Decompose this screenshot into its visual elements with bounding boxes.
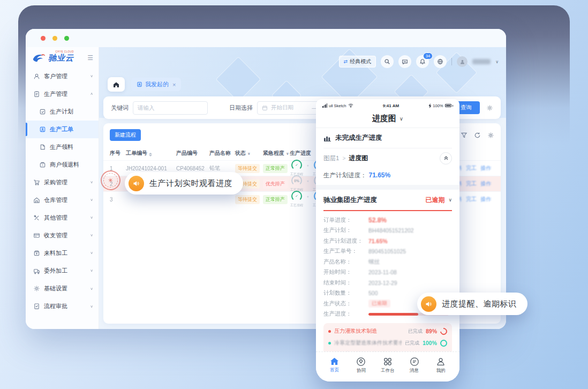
action-operate-link[interactable]: 操作 bbox=[480, 196, 491, 203]
filter-funnel-button[interactable] bbox=[461, 132, 468, 139]
sidebar-collapse-icon[interactable]: ☰ bbox=[87, 54, 93, 62]
search-icon bbox=[384, 58, 390, 65]
chat-icon bbox=[402, 58, 408, 65]
sidebar-item-production-picking[interactable]: 生产领料 bbox=[26, 138, 99, 156]
diamond-circle-icon bbox=[356, 357, 366, 366]
sidebar-item-incoming-material[interactable]: 来料加工∨ bbox=[26, 244, 99, 262]
sidebar-item-purchase[interactable]: 采购管理∨ bbox=[26, 174, 99, 191]
check-icon: ✓ bbox=[291, 160, 302, 170]
process-item[interactable]: 冷寒定型塑造浆体件技术要求 已完成 100% bbox=[328, 337, 447, 349]
notifications-button[interactable]: 34 bbox=[416, 55, 429, 68]
sidebar-item-warehouse[interactable]: 仓库管理∨ bbox=[26, 191, 99, 209]
action-operate-link[interactable]: 操作 bbox=[480, 164, 491, 172]
sidebar-item-settings[interactable]: 基础设置∨ bbox=[26, 280, 99, 297]
double-chevron-up-icon bbox=[443, 155, 449, 161]
search-button[interactable] bbox=[381, 55, 394, 68]
sidebar-item-label: 流程审批 bbox=[44, 302, 67, 310]
sidebar-nav: 客户管理∨ 生产管理∧ 生产计划 生产工单 bbox=[26, 68, 99, 315]
home-icon bbox=[112, 81, 120, 88]
close-tab-icon[interactable]: × bbox=[172, 81, 176, 88]
users-icon bbox=[33, 73, 40, 80]
tab-messages[interactable]: 消息 bbox=[401, 357, 428, 374]
start-date-value: 2023-11-08 bbox=[368, 269, 397, 275]
keyword-label: 关键词 bbox=[111, 104, 129, 112]
sidebar-item-production[interactable]: 生产管理∧ bbox=[26, 85, 99, 103]
sidebar-item-production-plan[interactable]: 生产计划 bbox=[26, 103, 99, 121]
urgency-badge: 正常排产 bbox=[263, 164, 288, 173]
sidebar-item-label: 来料加工 bbox=[44, 249, 67, 257]
sidebar-item-label: 委外加工 bbox=[44, 267, 67, 275]
urgency-badge: 正常排产 bbox=[263, 195, 288, 204]
action-complete-link[interactable]: 完工 bbox=[466, 196, 477, 203]
messages-button[interactable] bbox=[398, 55, 411, 68]
product-name-value: 螺丝 bbox=[368, 258, 380, 266]
workorder-doc-icon bbox=[39, 126, 46, 133]
home-tab-button[interactable] bbox=[108, 77, 125, 92]
process-gauge: ✓工艺排程 bbox=[290, 191, 304, 208]
progress-fill bbox=[368, 313, 418, 316]
refresh-button[interactable] bbox=[474, 132, 481, 139]
collapse-button[interactable] bbox=[440, 152, 452, 164]
callout-text: 生产计划实时观看进度 bbox=[149, 178, 232, 189]
section-divider bbox=[316, 185, 459, 190]
avatar[interactable] bbox=[457, 56, 468, 67]
action-complete-link[interactable]: 完工 bbox=[466, 180, 477, 188]
tab-workbench[interactable]: 工作台 bbox=[374, 357, 401, 374]
sidebar-item-label: 客户管理 bbox=[44, 72, 67, 80]
col-product-no[interactable]: 产品编号 bbox=[176, 149, 209, 157]
plan-progress-value: 71.65% bbox=[369, 171, 391, 179]
col-product-name[interactable]: 产品名称 bbox=[209, 149, 235, 157]
teal-dot-icon bbox=[328, 342, 331, 345]
phone-status-bar: ull Sketch 9:41 AM 100% bbox=[316, 99, 459, 110]
col-no[interactable]: 序号 bbox=[110, 149, 126, 157]
wifi-icon bbox=[348, 103, 353, 108]
sidebar-item-merchant-return[interactable]: 商户领退料 bbox=[26, 156, 99, 174]
user-menu-caret-icon[interactable]: ∨ bbox=[495, 59, 499, 64]
tab-home[interactable]: 首页 bbox=[321, 357, 348, 373]
progress-ring-icon bbox=[440, 340, 447, 347]
order-progress-value: 52.8% bbox=[368, 216, 387, 224]
sidebar-item-production-workorder[interactable]: 生产工单 bbox=[26, 121, 99, 138]
maximize-window-button[interactable] bbox=[64, 36, 69, 41]
classic-mode-label: 经典模式 bbox=[350, 58, 371, 65]
person-icon bbox=[436, 357, 446, 366]
sidebar-item-customer[interactable]: 客户管理∨ bbox=[26, 68, 99, 85]
logo-icon bbox=[32, 53, 46, 63]
keyword-input[interactable] bbox=[133, 101, 208, 115]
sidebar-item-finance[interactable]: 收支管理∨ bbox=[26, 227, 99, 244]
col-urgency[interactable]: 紧急程度∨ bbox=[263, 149, 290, 157]
sort-icon[interactable] bbox=[149, 153, 152, 156]
sidebar-item-other[interactable]: 其他管理∨ bbox=[26, 209, 99, 227]
tab-mine[interactable]: 我的 bbox=[427, 357, 454, 374]
new-process-button[interactable]: 新建流程 bbox=[110, 129, 141, 141]
filter-settings-button[interactable] bbox=[486, 104, 493, 111]
speaker-icon bbox=[421, 296, 436, 312]
language-button[interactable] bbox=[434, 55, 447, 68]
phone-page-title[interactable]: 进度图 ∨ bbox=[316, 110, 459, 128]
process-item[interactable]: 压力灌浆技术制造 已完成 89% bbox=[328, 325, 447, 337]
tab-collaboration[interactable]: 协同 bbox=[348, 357, 375, 374]
outsourcing-icon bbox=[33, 267, 40, 274]
action-operate-link[interactable]: 操作 bbox=[480, 180, 491, 188]
minimize-window-button[interactable] bbox=[52, 36, 57, 41]
col-status[interactable]: 状态∨ bbox=[235, 149, 263, 157]
tools-icon bbox=[33, 214, 40, 221]
classic-mode-button[interactable]: ⇄ 经典模式 bbox=[339, 56, 376, 68]
sidebar-item-approval[interactable]: 流程审批∨ bbox=[26, 297, 99, 315]
chevron-down-icon: ∨ bbox=[247, 152, 251, 155]
plan-progress-pct-value: 71.65% bbox=[368, 238, 388, 244]
breadcrumb-parent[interactable]: 图层1 bbox=[323, 154, 339, 162]
group-progress-header[interactable]: 驰业集团生产进度 已逾期 ∨ bbox=[323, 190, 452, 211]
chevron-down-icon: ∨ bbox=[399, 116, 403, 122]
action-complete-link[interactable]: 完工 bbox=[466, 164, 477, 172]
tab-my-initiated[interactable]: 我发起的 × bbox=[131, 78, 181, 91]
col-order[interactable]: 工单编号 bbox=[126, 149, 176, 157]
sidebar-item-outsourcing[interactable]: 委外加工∨ bbox=[26, 262, 99, 280]
settings-gear-icon bbox=[33, 285, 40, 292]
bell-icon bbox=[419, 58, 426, 65]
close-window-button[interactable] bbox=[41, 36, 46, 41]
workorder-no-value: 890451051025 bbox=[368, 248, 406, 255]
table-settings-button[interactable] bbox=[487, 132, 494, 139]
cell-no: 3 bbox=[110, 197, 126, 203]
plan-qty-value: 500 bbox=[368, 290, 378, 296]
